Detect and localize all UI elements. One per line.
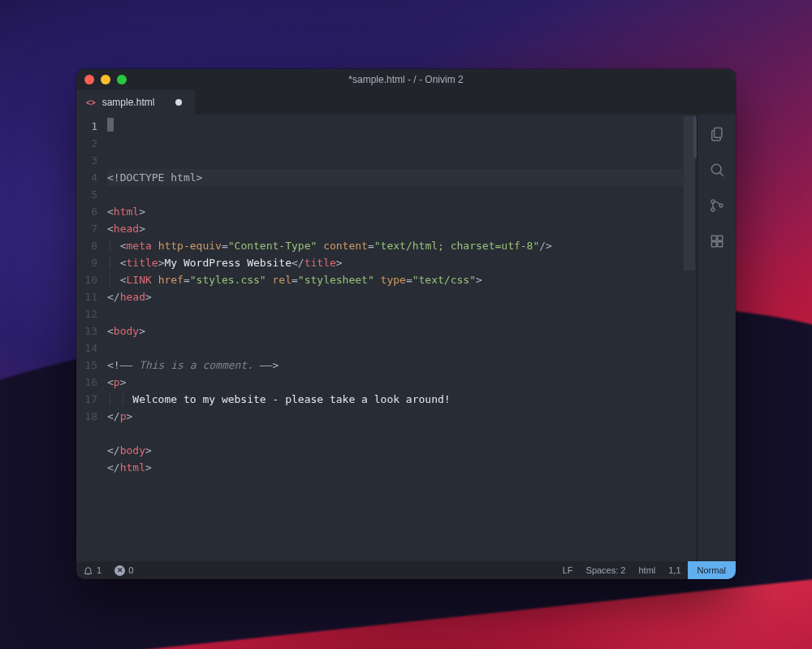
code-line[interactable] bbox=[107, 186, 684, 203]
line-number[interactable]: 16 bbox=[76, 374, 104, 391]
line-number[interactable]: 18 bbox=[76, 408, 104, 425]
zoom-window-button[interactable] bbox=[117, 75, 127, 84]
svg-rect-6 bbox=[711, 236, 716, 240]
title-bar[interactable]: *sample.html - / - Onivim 2 bbox=[76, 69, 736, 90]
code-line[interactable]: <html> bbox=[107, 203, 684, 220]
notifications-button[interactable]: 1 bbox=[76, 561, 108, 579]
code-line[interactable]: </p> bbox=[107, 408, 684, 425]
code-line[interactable]: <body> bbox=[107, 322, 684, 340]
extensions-icon[interactable] bbox=[709, 233, 725, 253]
cursor-position[interactable]: 1,1 bbox=[662, 561, 687, 579]
bell-icon bbox=[83, 565, 93, 576]
tab-label: sample.html bbox=[102, 97, 155, 108]
line-number[interactable]: 12 bbox=[76, 305, 104, 322]
line-number[interactable]: 1 bbox=[76, 118, 104, 135]
code-line[interactable]: </html> bbox=[107, 459, 684, 476]
line-number[interactable]: 6 bbox=[76, 203, 104, 220]
code-line[interactable]: │ <title>My WordPress Website</title> bbox=[107, 254, 684, 271]
code-line[interactable]: </body> bbox=[107, 442, 684, 459]
errors-count: 0 bbox=[128, 565, 133, 575]
svg-line-2 bbox=[719, 173, 723, 176]
minimap-scrollbar[interactable] bbox=[684, 115, 697, 561]
activity-bar bbox=[697, 115, 736, 561]
svg-rect-8 bbox=[711, 242, 716, 247]
search-icon[interactable] bbox=[709, 162, 725, 181]
code-line[interactable]: <!DOCTYPE html> bbox=[107, 169, 684, 186]
line-number[interactable]: 14 bbox=[76, 340, 104, 357]
line-number-gutter[interactable]: 123456789101112131415161718 bbox=[76, 115, 104, 561]
line-number[interactable]: 5 bbox=[76, 186, 104, 203]
html-filetype-icon: <> bbox=[86, 98, 96, 107]
line-number[interactable]: 13 bbox=[76, 322, 104, 340]
svg-rect-7 bbox=[717, 236, 722, 240]
app-window: *sample.html - / - Onivim 2 <> sample.ht… bbox=[76, 69, 736, 579]
traffic-lights bbox=[84, 75, 127, 84]
line-number[interactable]: 7 bbox=[76, 220, 104, 237]
dirty-indicator-icon[interactable] bbox=[175, 99, 182, 106]
files-icon[interactable] bbox=[709, 126, 725, 145]
code-line[interactable] bbox=[107, 305, 684, 322]
window-title: *sample.html - / - Onivim 2 bbox=[348, 74, 463, 85]
status-bar: 1 ✕ 0 LF Spaces: 2 html 1,1 Normal bbox=[76, 561, 736, 579]
minimize-window-button[interactable] bbox=[101, 75, 110, 84]
line-ending-selector[interactable]: LF bbox=[556, 561, 580, 579]
svg-rect-9 bbox=[717, 242, 722, 247]
code-line[interactable]: <!—— This is a comment. ——> bbox=[107, 357, 684, 374]
code-line[interactable] bbox=[107, 340, 684, 357]
line-number[interactable]: 15 bbox=[76, 357, 104, 374]
line-number[interactable]: 9 bbox=[76, 254, 104, 271]
notifications-count: 1 bbox=[97, 565, 102, 575]
error-icon: ✕ bbox=[114, 565, 125, 576]
code-line[interactable]: <p> bbox=[107, 374, 684, 391]
errors-button[interactable]: ✕ 0 bbox=[108, 561, 140, 579]
line-number[interactable]: 17 bbox=[76, 391, 104, 408]
line-number[interactable]: 8 bbox=[76, 237, 104, 254]
source-control-icon[interactable] bbox=[709, 197, 725, 217]
line-number[interactable]: 11 bbox=[76, 288, 104, 305]
tab-sample-html[interactable]: <> sample.html bbox=[76, 90, 195, 115]
code-line[interactable]: │ │ Welcome to my website - please take … bbox=[107, 391, 684, 408]
line-number[interactable]: 10 bbox=[76, 271, 104, 288]
tab-bar: <> sample.html bbox=[76, 90, 736, 115]
svg-rect-0 bbox=[714, 128, 721, 138]
line-number[interactable]: 2 bbox=[76, 135, 104, 152]
code-line[interactable]: │ <meta http-equiv="Content-Type" conten… bbox=[107, 237, 684, 254]
indentation-selector[interactable]: Spaces: 2 bbox=[580, 561, 633, 579]
code-line[interactable]: </head> bbox=[107, 288, 684, 305]
close-window-button[interactable] bbox=[84, 75, 94, 84]
line-number[interactable]: 3 bbox=[76, 152, 104, 169]
vim-mode-indicator[interactable]: Normal bbox=[688, 561, 736, 579]
code-editor[interactable]: <!DOCTYPE html><html><head>│ <meta http-… bbox=[104, 115, 684, 561]
editor-body: 123456789101112131415161718 <!DOCTYPE ht… bbox=[76, 115, 736, 561]
editor-area: 123456789101112131415161718 <!DOCTYPE ht… bbox=[76, 115, 697, 561]
code-line[interactable]: <head> bbox=[107, 220, 684, 237]
code-line[interactable]: │ <LINK href="styles.css" rel="styleshee… bbox=[107, 271, 684, 288]
code-line[interactable] bbox=[107, 425, 684, 442]
language-mode-selector[interactable]: html bbox=[632, 561, 662, 579]
text-cursor bbox=[107, 118, 114, 132]
line-number[interactable]: 4 bbox=[76, 169, 104, 186]
